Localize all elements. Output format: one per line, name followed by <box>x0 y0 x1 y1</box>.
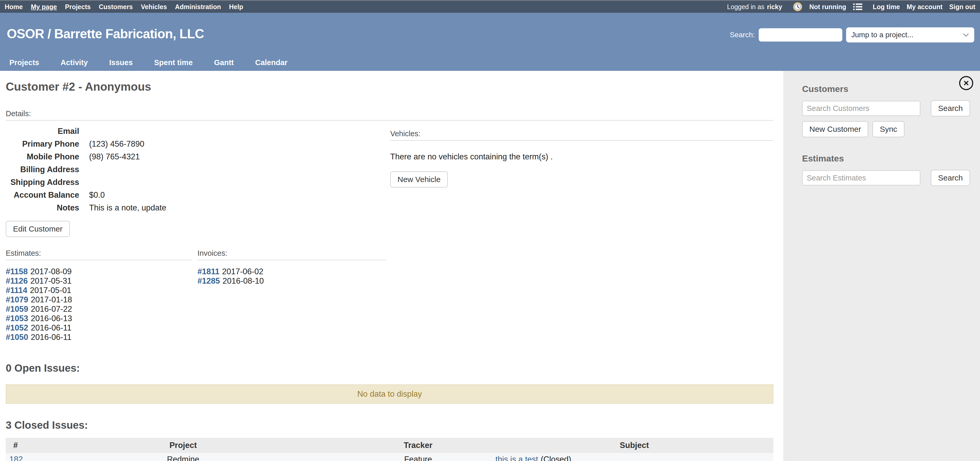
estimate-link[interactable]: #1052 <box>6 323 28 332</box>
issue-status: (Closed) <box>541 455 571 461</box>
estimate-date: 2016-06-13 <box>31 314 72 323</box>
vehicles-legend: Vehicles: <box>390 129 773 138</box>
estimate-date: 2016-07-22 <box>31 304 72 313</box>
tab-gantt[interactable]: Gantt <box>214 58 234 67</box>
column-header-tracker: Tracker <box>341 438 495 453</box>
detail-label: Mobile Phone <box>6 150 79 163</box>
project-jump-select[interactable]: Jump to a project... <box>846 27 974 43</box>
estimates-divider <box>6 260 192 260</box>
header-search-area: Search: Jump to a project... <box>730 27 975 43</box>
tab-spent-time[interactable]: Spent time <box>154 58 193 67</box>
issue-tracker: Feature <box>404 455 432 461</box>
list-item: #12852016-08-10 <box>197 277 386 286</box>
list-item: #10502016-06-11 <box>6 332 192 342</box>
menu-item-administration[interactable]: Administration <box>175 3 221 11</box>
list-item: #10592016-07-22 <box>6 304 192 314</box>
search-customers-button[interactable]: Search <box>931 100 970 116</box>
table-row: 182 Redmine Feature this is a test(Close… <box>6 453 773 461</box>
invoice-date: 2017-06-02 <box>222 267 264 276</box>
detail-row-mobile-phone: Mobile Phone (98) 765-4321 <box>6 150 386 163</box>
details-legend: Details: <box>6 110 773 118</box>
invoice-link[interactable]: #1811 <box>197 267 220 276</box>
account-menu-right: Logged in as ricky Not running Log time … <box>727 2 975 12</box>
sidebar-estimates-heading: Estimates <box>802 153 973 164</box>
estimates-legend: Estimates: <box>6 249 192 258</box>
menu-item-projects[interactable]: Projects <box>65 3 91 11</box>
estimate-date: 2017-01-18 <box>31 295 72 304</box>
detail-row-primary-phone: Primary Phone (123) 456-7890 <box>6 138 386 150</box>
estimate-link[interactable]: #1126 <box>6 277 28 285</box>
no-data-banner: No data to display <box>6 385 773 404</box>
new-customer-button[interactable]: New Customer <box>802 121 868 137</box>
estimates-section: Estimates: #11582017-08-09 #11262017-05-… <box>6 249 192 342</box>
detail-label: Billing Address <box>6 163 79 176</box>
close-glyph: ✕ <box>963 79 969 87</box>
details-section: Details: Email Primary Phone (123) 456-7… <box>6 110 773 342</box>
chevron-down-icon <box>963 31 969 39</box>
tab-activity[interactable]: Activity <box>60 58 88 67</box>
issue-project: Redmine <box>167 455 199 461</box>
estimate-link[interactable]: #1158 <box>6 267 28 276</box>
estimate-date: 2017-05-01 <box>30 286 72 295</box>
issue-subject-link[interactable]: this is a test <box>495 455 538 461</box>
invoice-link[interactable]: #1285 <box>197 277 220 285</box>
estimates-list: #11582017-08-09 #11262017-05-31 #1114201… <box>6 267 192 342</box>
search-customers-input[interactable] <box>802 101 920 116</box>
menu-item-customers[interactable]: Customers <box>99 3 133 11</box>
invoices-list: #18112017-06-02 #12852016-08-10 <box>197 267 386 286</box>
estimate-link[interactable]: #1053 <box>6 314 28 323</box>
vehicles-empty-message: There are no vehicles containing the ter… <box>390 152 773 162</box>
list-item: #11262017-05-31 <box>6 277 192 286</box>
vehicles-divider <box>390 140 773 141</box>
sidebar-customers-heading: Customers <box>802 84 973 94</box>
sync-button[interactable]: Sync <box>872 121 904 137</box>
issue-id-link[interactable]: 182 <box>10 455 23 461</box>
list-item: #10792017-01-18 <box>6 295 192 304</box>
detail-row-notes: Notes This is a note, update <box>6 201 386 214</box>
estimate-date: 2016-06-11 <box>31 332 72 342</box>
detail-value <box>79 125 89 138</box>
detail-value <box>79 176 89 189</box>
my-account-link[interactable]: My account <box>907 3 942 11</box>
column-header-id: # <box>6 438 25 453</box>
vehicles-section: Vehicles: There are no vehicles containi… <box>390 129 773 342</box>
list-item: #10532016-06-13 <box>6 314 192 323</box>
page-header-title: OSOR / Barrette Fabrication, LLC <box>7 26 204 41</box>
estimate-link[interactable]: #1114 <box>6 286 27 295</box>
new-vehicle-button[interactable]: New Vehicle <box>390 172 448 188</box>
tab-calendar[interactable]: Calendar <box>255 58 287 67</box>
no-data-text: No data to display <box>357 389 422 399</box>
invoices-legend: Invoices: <box>197 249 386 258</box>
menu-item-vehicles[interactable]: Vehicles <box>141 3 167 11</box>
list-item: #11142017-05-01 <box>6 286 192 295</box>
detail-value: $0.0 <box>79 189 105 201</box>
username: ricky <box>767 3 782 11</box>
table-header-row: # Project Tracker Subject <box>6 438 773 453</box>
list-icon[interactable] <box>853 3 862 11</box>
project-jump-selected-value: Jump to a project... <box>851 31 913 39</box>
close-icon[interactable]: ✕ <box>959 76 973 90</box>
header-search-input[interactable] <box>759 28 842 42</box>
detail-row-billing-address: Billing Address <box>6 163 386 176</box>
estimate-link[interactable]: #1059 <box>6 304 28 313</box>
detail-value <box>79 163 89 176</box>
menu-item-home[interactable]: Home <box>5 3 23 11</box>
menu-item-help[interactable]: Help <box>229 3 243 11</box>
estimate-link[interactable]: #1079 <box>6 295 28 304</box>
tab-projects[interactable]: Projects <box>10 58 39 67</box>
edit-customer-button[interactable]: Edit Customer <box>6 221 70 237</box>
detail-row-account-balance: Account Balance $0.0 <box>6 189 386 201</box>
top-menu-bar: Home My page Projects Customers Vehicles… <box>0 0 980 13</box>
tab-issues[interactable]: Issues <box>109 58 133 67</box>
detail-label: Notes <box>6 201 79 214</box>
customer-details-table: Email Primary Phone (123) 456-7890 Mobil… <box>6 125 386 214</box>
estimate-link[interactable]: #1050 <box>6 332 28 342</box>
search-estimates-button[interactable]: Search <box>931 170 970 186</box>
estimate-date: 2016-06-11 <box>31 323 72 332</box>
search-estimates-input[interactable] <box>802 170 920 186</box>
sign-out-link[interactable]: Sign out <box>949 3 975 11</box>
log-time-link[interactable]: Log time <box>873 3 900 11</box>
menu-item-my-page[interactable]: My page <box>31 3 57 11</box>
invoice-date: 2016-08-10 <box>223 277 264 285</box>
account-menu-left: Home My page Projects Customers Vehicles… <box>5 3 243 11</box>
